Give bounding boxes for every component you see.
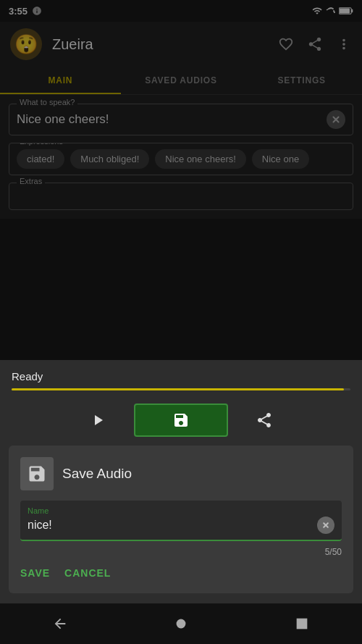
info-icon xyxy=(32,6,42,16)
save-dialog-header: Save Audio xyxy=(20,457,342,490)
share-icon[interactable] xyxy=(307,36,323,52)
expressions-chips: ciated! Much obliged! Nice one cheers! N… xyxy=(17,149,345,169)
svg-point-3 xyxy=(177,619,186,629)
save-audio-button[interactable] xyxy=(134,403,228,437)
speak-box: What to speak? Nice one cheers! xyxy=(9,104,353,135)
play-icon xyxy=(89,411,106,429)
chip-3[interactable]: Nice one xyxy=(252,149,309,169)
stop-nav-button[interactable] xyxy=(288,610,316,637)
status-time: 3:55 xyxy=(9,6,28,17)
ready-section: Ready xyxy=(0,360,362,395)
signal-icon xyxy=(326,6,336,16)
svg-rect-1 xyxy=(351,9,353,12)
chip-1[interactable]: Much obliged! xyxy=(70,149,149,169)
name-input-row: nice! xyxy=(28,517,334,534)
char-count: 5/50 xyxy=(20,547,342,557)
nav-bar xyxy=(0,603,362,644)
name-value[interactable]: nice! xyxy=(28,519,52,532)
chip-2[interactable]: Nice one cheers! xyxy=(155,149,246,169)
clear-speak-button[interactable] xyxy=(327,110,345,129)
expressions-label: Expressions xyxy=(17,143,66,146)
back-icon xyxy=(52,616,68,632)
play-button[interactable] xyxy=(62,403,134,437)
save-icon xyxy=(172,411,190,429)
status-bar: 3:55 xyxy=(0,0,362,22)
expressions-box: Expressions ciated! Much obliged! Nice o… xyxy=(9,143,353,175)
ready-text: Ready xyxy=(12,370,350,382)
back-nav-button[interactable] xyxy=(46,610,74,637)
tabs: MAIN SAVED AUDIOS SETTINGS xyxy=(0,67,362,95)
main-content: What to speak? Nice one cheers! Expressi… xyxy=(0,95,362,219)
avatar: 😲 xyxy=(10,28,42,60)
progress-bar-bg xyxy=(12,388,350,390)
extras-box: Extras xyxy=(9,183,353,210)
home-icon xyxy=(173,616,189,632)
cancel-button[interactable]: CANCEL xyxy=(64,564,111,582)
tab-main[interactable]: MAIN xyxy=(0,67,121,94)
wifi-icon xyxy=(311,6,323,16)
bottom-panel: Ready Save xyxy=(0,360,362,603)
heart-icon[interactable] xyxy=(278,36,294,52)
header-actions xyxy=(278,36,352,52)
app-header: 😲 Zueira xyxy=(0,22,362,67)
save-button[interactable]: SAVE xyxy=(20,564,50,582)
share-button[interactable] xyxy=(228,403,300,437)
stop-icon xyxy=(294,616,310,632)
save-dialog-icon xyxy=(20,457,54,490)
battery-icon xyxy=(339,7,353,15)
save-dialog: Save Audio Name nice! 5/50 SAVE CANCEL xyxy=(9,446,353,593)
speak-input-row: Nice one cheers! xyxy=(17,110,345,129)
extras-label: Extras xyxy=(17,177,45,185)
progress-bar-fill xyxy=(12,388,344,390)
status-icons xyxy=(311,6,353,16)
svg-rect-2 xyxy=(340,8,350,13)
save-dialog-title: Save Audio xyxy=(62,466,132,482)
floppy-icon xyxy=(27,464,47,484)
status-time-area: 3:55 xyxy=(9,6,42,17)
speak-text[interactable]: Nice one cheers! xyxy=(17,112,109,127)
dialog-buttons: SAVE CANCEL xyxy=(20,564,342,582)
tab-saved-audios[interactable]: SAVED AUDIOS xyxy=(121,67,242,94)
more-icon[interactable] xyxy=(336,36,352,52)
speak-label: What to speak? xyxy=(17,98,77,106)
home-nav-button[interactable] xyxy=(167,610,195,637)
app-title: Zueira xyxy=(52,36,278,53)
chip-0[interactable]: ciated! xyxy=(17,149,64,169)
name-label: Name xyxy=(28,506,334,515)
tab-settings[interactable]: SETTINGS xyxy=(241,67,362,94)
share-icon xyxy=(256,411,273,429)
svg-rect-4 xyxy=(296,619,307,630)
name-clear-button[interactable] xyxy=(317,517,334,534)
playback-controls xyxy=(0,395,362,446)
name-input-container[interactable]: Name nice! xyxy=(20,501,342,541)
